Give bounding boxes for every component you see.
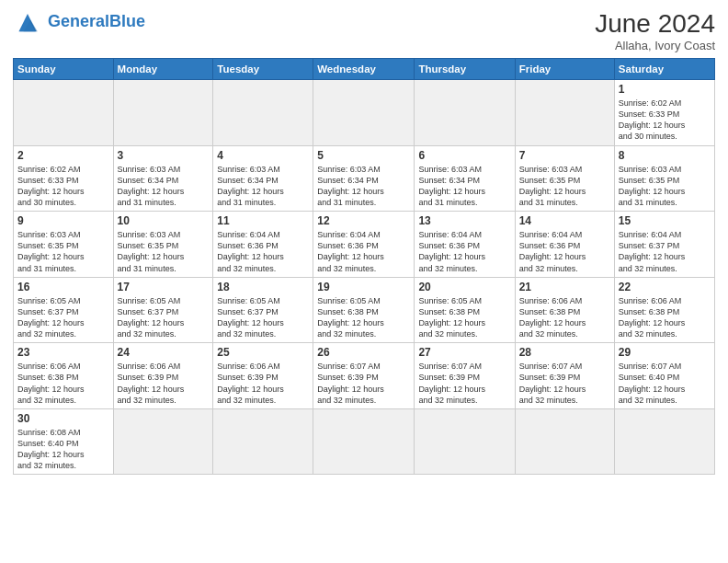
day-info: Sunrise: 6:07 AM Sunset: 6:40 PM Dayligh… (619, 361, 711, 406)
day-info: Sunrise: 6:02 AM Sunset: 6:33 PM Dayligh… (17, 164, 109, 209)
day-info: Sunrise: 6:04 AM Sunset: 6:37 PM Dayligh… (619, 229, 711, 274)
day-info: Sunrise: 6:05 AM Sunset: 6:37 PM Dayligh… (118, 295, 210, 340)
day-number: 21 (519, 281, 610, 293)
day-info: Sunrise: 6:03 AM Sunset: 6:34 PM Dayligh… (217, 164, 309, 209)
day-info: Sunrise: 6:04 AM Sunset: 6:36 PM Dayligh… (217, 229, 309, 274)
calendar-cell: 18Sunrise: 6:05 AM Sunset: 6:37 PM Dayli… (213, 277, 313, 343)
calendar-cell: 2Sunrise: 6:02 AM Sunset: 6:33 PM Daylig… (14, 145, 114, 212)
day-number: 14 (519, 214, 610, 227)
day-info: Sunrise: 6:05 AM Sunset: 6:37 PM Dayligh… (17, 295, 109, 340)
week-row-0: 1Sunrise: 6:02 AM Sunset: 6:33 PM Daylig… (14, 80, 715, 146)
calendar-cell (113, 80, 213, 146)
logo-blue: Blue (109, 12, 145, 30)
calendar-cell: 24Sunrise: 6:06 AM Sunset: 6:39 PM Dayli… (113, 343, 213, 409)
calendar-cell: 30Sunrise: 6:08 AM Sunset: 6:40 PM Dayli… (14, 408, 114, 475)
day-info: Sunrise: 6:06 AM Sunset: 6:38 PM Dayligh… (619, 295, 711, 340)
calendar-cell: 29Sunrise: 6:07 AM Sunset: 6:40 PM Dayli… (614, 343, 714, 409)
day-number: 11 (217, 214, 309, 227)
calendar-cell (14, 80, 114, 146)
calendar-cell (614, 408, 714, 475)
logo-icon (13, 9, 42, 35)
calendar-cell: 15Sunrise: 6:04 AM Sunset: 6:37 PM Dayli… (614, 212, 714, 278)
calendar-cell (313, 80, 415, 146)
day-info: Sunrise: 6:05 AM Sunset: 6:38 PM Dayligh… (418, 295, 510, 340)
weekday-header-wednesday: Wednesday (313, 59, 415, 80)
calendar-cell: 26Sunrise: 6:07 AM Sunset: 6:39 PM Dayli… (313, 343, 415, 409)
day-number: 17 (118, 281, 210, 293)
day-info: Sunrise: 6:07 AM Sunset: 6:39 PM Dayligh… (317, 361, 410, 406)
day-number: 16 (17, 281, 109, 293)
calendar-cell: 21Sunrise: 6:06 AM Sunset: 6:38 PM Dayli… (515, 277, 614, 343)
day-number: 12 (317, 214, 410, 227)
day-info: Sunrise: 6:02 AM Sunset: 6:33 PM Dayligh… (619, 98, 711, 143)
weekday-header-monday: Monday (113, 59, 213, 80)
day-number: 19 (317, 281, 410, 293)
day-number: 6 (418, 149, 510, 162)
day-info: Sunrise: 6:03 AM Sunset: 6:35 PM Dayligh… (118, 229, 210, 274)
header: GeneralBlue June 2024 Allaha, Ivory Coas… (13, 9, 715, 52)
calendar-cell: 13Sunrise: 6:04 AM Sunset: 6:36 PM Dayli… (415, 212, 515, 278)
calendar-cell (415, 408, 515, 475)
weekday-header-row: SundayMondayTuesdayWednesdayThursdayFrid… (14, 59, 715, 80)
calendar-cell: 17Sunrise: 6:05 AM Sunset: 6:37 PM Dayli… (113, 277, 213, 343)
day-number: 15 (619, 214, 711, 227)
week-row-2: 9Sunrise: 6:03 AM Sunset: 6:35 PM Daylig… (14, 212, 715, 278)
day-info: Sunrise: 6:03 AM Sunset: 6:34 PM Dayligh… (118, 164, 210, 209)
calendar-cell (213, 80, 313, 146)
day-number: 5 (317, 149, 410, 162)
calendar-cell: 20Sunrise: 6:05 AM Sunset: 6:38 PM Dayli… (415, 277, 515, 343)
weekday-header-thursday: Thursday (415, 59, 515, 80)
day-info: Sunrise: 6:03 AM Sunset: 6:35 PM Dayligh… (519, 164, 610, 209)
weekday-header-sunday: Sunday (14, 59, 114, 80)
calendar-cell (213, 408, 313, 475)
calendar-cell: 10Sunrise: 6:03 AM Sunset: 6:35 PM Dayli… (113, 212, 213, 278)
day-number: 28 (519, 346, 610, 359)
day-number: 24 (118, 346, 210, 359)
calendar-cell (515, 80, 614, 146)
day-number: 30 (17, 412, 109, 425)
day-number: 1 (619, 83, 711, 96)
calendar-cell: 14Sunrise: 6:04 AM Sunset: 6:36 PM Dayli… (515, 212, 614, 278)
calendar-cell: 12Sunrise: 6:04 AM Sunset: 6:36 PM Dayli… (313, 212, 415, 278)
title-block: June 2024 Allaha, Ivory Coast (595, 9, 715, 52)
logo-text: GeneralBlue (48, 13, 145, 31)
calendar-cell (415, 80, 515, 146)
day-number: 13 (418, 214, 510, 227)
day-info: Sunrise: 6:05 AM Sunset: 6:38 PM Dayligh… (317, 295, 410, 340)
day-info: Sunrise: 6:04 AM Sunset: 6:36 PM Dayligh… (418, 229, 510, 274)
month-title: June 2024 (595, 9, 715, 39)
day-info: Sunrise: 6:03 AM Sunset: 6:35 PM Dayligh… (619, 164, 711, 209)
calendar-cell: 25Sunrise: 6:06 AM Sunset: 6:39 PM Dayli… (213, 343, 313, 409)
calendar-cell: 1Sunrise: 6:02 AM Sunset: 6:33 PM Daylig… (614, 80, 714, 146)
calendar-cell (313, 408, 415, 475)
calendar-cell: 5Sunrise: 6:03 AM Sunset: 6:34 PM Daylig… (313, 145, 415, 212)
day-info: Sunrise: 6:04 AM Sunset: 6:36 PM Dayligh… (519, 229, 610, 274)
day-number: 29 (619, 346, 711, 359)
day-info: Sunrise: 6:08 AM Sunset: 6:40 PM Dayligh… (17, 427, 109, 472)
week-row-4: 23Sunrise: 6:06 AM Sunset: 6:38 PM Dayli… (14, 343, 715, 409)
calendar-cell: 8Sunrise: 6:03 AM Sunset: 6:35 PM Daylig… (614, 145, 714, 212)
calendar-cell: 22Sunrise: 6:06 AM Sunset: 6:38 PM Dayli… (614, 277, 714, 343)
day-number: 9 (17, 214, 109, 227)
week-row-3: 16Sunrise: 6:05 AM Sunset: 6:37 PM Dayli… (14, 277, 715, 343)
day-info: Sunrise: 6:06 AM Sunset: 6:38 PM Dayligh… (519, 295, 610, 340)
day-number: 10 (118, 214, 210, 227)
calendar-cell: 28Sunrise: 6:07 AM Sunset: 6:39 PM Dayli… (515, 343, 614, 409)
day-number: 27 (418, 346, 510, 359)
logo: GeneralBlue (13, 9, 145, 35)
day-number: 8 (619, 149, 711, 162)
day-info: Sunrise: 6:03 AM Sunset: 6:35 PM Dayligh… (17, 229, 109, 274)
day-info: Sunrise: 6:06 AM Sunset: 6:38 PM Dayligh… (17, 361, 109, 406)
day-info: Sunrise: 6:07 AM Sunset: 6:39 PM Dayligh… (519, 361, 610, 406)
calendar-cell (515, 408, 614, 475)
day-info: Sunrise: 6:06 AM Sunset: 6:39 PM Dayligh… (217, 361, 309, 406)
day-info: Sunrise: 6:05 AM Sunset: 6:37 PM Dayligh… (217, 295, 309, 340)
day-number: 26 (317, 346, 410, 359)
day-number: 3 (118, 149, 210, 162)
day-number: 25 (217, 346, 309, 359)
day-number: 7 (519, 149, 610, 162)
day-number: 23 (17, 346, 109, 359)
day-number: 18 (217, 281, 309, 293)
calendar-cell: 6Sunrise: 6:03 AM Sunset: 6:34 PM Daylig… (415, 145, 515, 212)
calendar-cell: 3Sunrise: 6:03 AM Sunset: 6:34 PM Daylig… (113, 145, 213, 212)
